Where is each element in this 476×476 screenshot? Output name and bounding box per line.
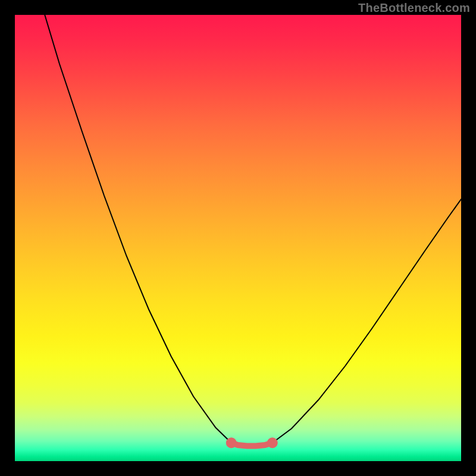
chart-curves [15, 15, 461, 461]
watermark-text: TheBottleneck.com [358, 1, 470, 15]
flat-endpoint-right [267, 437, 278, 448]
left-curve-path [45, 15, 231, 443]
right-curve-path [273, 199, 461, 443]
flat-bottom-path [231, 443, 273, 446]
flat-endpoint-left [226, 437, 237, 448]
chart-frame: TheBottleneck.com [0, 0, 476, 476]
chart-plot-area [15, 15, 461, 461]
